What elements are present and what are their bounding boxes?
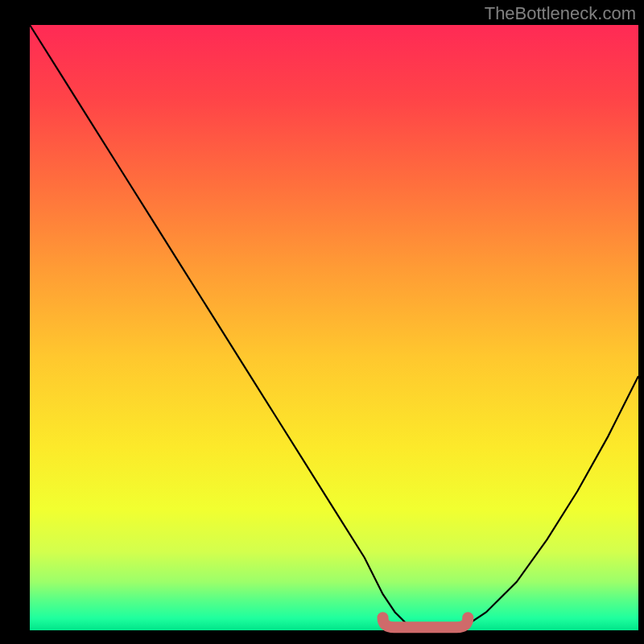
watermark-text: TheBottleneck.com	[485, 3, 636, 24]
chart-container: TheBottleneck.com	[0, 0, 644, 644]
bottleneck-chart	[0, 0, 644, 644]
